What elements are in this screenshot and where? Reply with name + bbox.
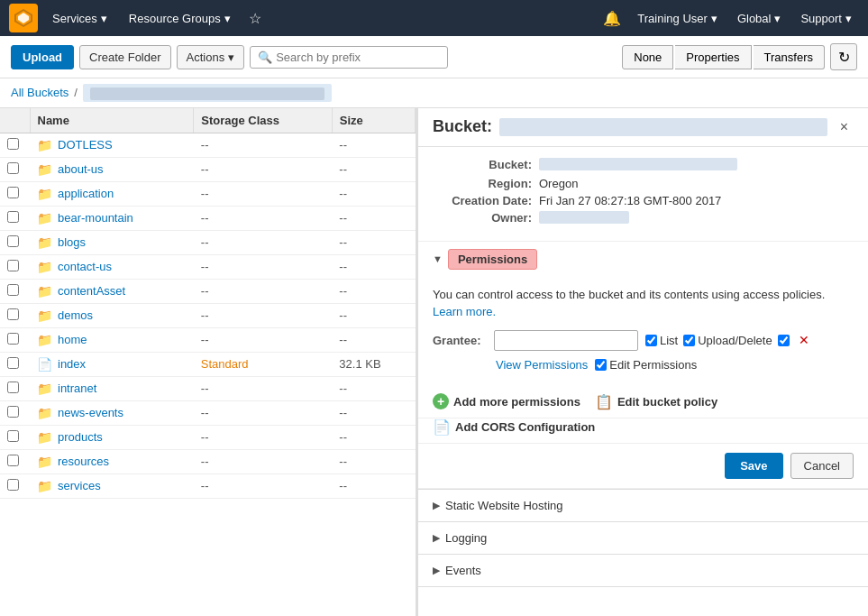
table-row[interactable]: 📁about-us---- bbox=[0, 157, 416, 181]
size-cell: -- bbox=[332, 327, 415, 352]
row-checkbox[interactable] bbox=[7, 284, 19, 296]
resource-groups-nav[interactable]: Resource Groups ▾ bbox=[122, 8, 238, 29]
row-checkbox[interactable] bbox=[7, 406, 19, 418]
creation-date-label: Creation Date: bbox=[433, 194, 532, 207]
global-nav[interactable]: Global ▾ bbox=[730, 8, 789, 29]
learn-more-link[interactable]: Learn more. bbox=[433, 305, 496, 318]
bucket-panel: Bucket: × Bucket: Region: Oregon Creatio… bbox=[416, 108, 868, 616]
events-section[interactable]: ▶ Events bbox=[418, 555, 868, 587]
transfers-view-button[interactable]: Transfers bbox=[754, 45, 825, 69]
list-checkbox[interactable] bbox=[645, 335, 657, 346]
table-row[interactable]: 📁resources---- bbox=[0, 449, 416, 473]
file-name-link[interactable]: resources bbox=[58, 455, 109, 468]
table-row[interactable]: 📁home---- bbox=[0, 327, 416, 352]
file-name-link[interactable]: products bbox=[58, 430, 103, 444]
grantee-label: Grantee: bbox=[433, 334, 487, 347]
name-column-header: Name bbox=[30, 108, 194, 133]
bookmark-icon[interactable]: ☆ bbox=[245, 6, 265, 31]
permissions-section-header[interactable]: ▼ Permissions bbox=[418, 242, 868, 277]
file-name-link[interactable]: DOTLESS bbox=[58, 138, 113, 152]
table-row[interactable]: 📁news-events---- bbox=[0, 400, 416, 425]
size-cell: -- bbox=[332, 230, 415, 254]
delete-permission-button[interactable]: ✕ bbox=[795, 333, 813, 347]
file-name-link[interactable]: blogs bbox=[58, 235, 86, 249]
table-row[interactable]: 📁demos---- bbox=[0, 303, 416, 327]
row-checkbox[interactable] bbox=[7, 479, 19, 491]
file-name-link[interactable]: services bbox=[58, 479, 101, 492]
list-checkbox-label[interactable]: List bbox=[645, 334, 678, 347]
refresh-button[interactable]: ↻ bbox=[830, 43, 857, 70]
cors-document-icon: 📄 bbox=[433, 418, 451, 436]
file-name-link[interactable]: home bbox=[58, 333, 87, 346]
file-name-link[interactable]: contentAsset bbox=[58, 284, 125, 298]
row-checkbox[interactable] bbox=[7, 162, 19, 174]
properties-view-button[interactable]: Properties bbox=[675, 45, 751, 69]
file-name-link[interactable]: index bbox=[58, 357, 86, 371]
upload-delete-checkbox-label[interactable]: Upload/Delete bbox=[683, 334, 772, 347]
size-cell: 32.1 KB bbox=[332, 352, 415, 376]
create-folder-button[interactable]: Create Folder bbox=[79, 45, 170, 69]
cancel-button[interactable]: Cancel bbox=[790, 453, 854, 479]
row-checkbox[interactable] bbox=[7, 357, 19, 369]
grantee-input[interactable] bbox=[494, 330, 638, 351]
row-checkbox[interactable] bbox=[7, 382, 19, 393]
file-name-link[interactable]: application bbox=[58, 187, 114, 200]
chevron-down-icon: ▾ bbox=[224, 12, 231, 25]
file-name-link[interactable]: intranet bbox=[58, 382, 96, 395]
search-input[interactable] bbox=[276, 51, 440, 64]
row-checkbox[interactable] bbox=[7, 138, 19, 150]
table-row[interactable]: 📁contact-us---- bbox=[0, 254, 416, 279]
extra-checkbox[interactable] bbox=[778, 335, 790, 346]
table-row[interactable]: 📁contentAsset---- bbox=[0, 279, 416, 303]
add-more-permissions-button[interactable]: + Add more permissions bbox=[433, 393, 580, 409]
file-name-link[interactable]: demos bbox=[58, 308, 93, 322]
file-name-link[interactable]: news-events bbox=[58, 406, 123, 419]
chevron-down-icon: ▾ bbox=[774, 12, 781, 25]
row-checkbox[interactable] bbox=[7, 455, 19, 466]
table-row[interactable]: 📄indexStandard32.1 KB bbox=[0, 352, 416, 376]
table-row[interactable]: 📁blogs---- bbox=[0, 230, 416, 254]
edit-permissions-checkbox[interactable] bbox=[595, 359, 607, 371]
save-cancel-row: Save Cancel bbox=[418, 444, 868, 489]
table-row[interactable]: 📁DOTLESS---- bbox=[0, 133, 416, 157]
table-row[interactable]: 📁application---- bbox=[0, 181, 416, 206]
file-name-link[interactable]: bear-mountain bbox=[58, 211, 133, 225]
file-name-link[interactable]: about-us bbox=[58, 162, 104, 176]
add-cors-button[interactable]: 📄 Add CORS Configuration bbox=[433, 418, 595, 436]
row-checkbox[interactable] bbox=[7, 308, 19, 320]
table-row[interactable]: 📁services---- bbox=[0, 473, 416, 498]
table-row[interactable]: 📁products---- bbox=[0, 425, 416, 449]
edit-bucket-policy-button[interactable]: 📋 Edit bucket policy bbox=[595, 393, 717, 410]
services-nav[interactable]: Services ▾ bbox=[45, 8, 114, 29]
row-checkbox[interactable] bbox=[7, 235, 19, 247]
training-user-nav[interactable]: Training User ▾ bbox=[630, 8, 725, 29]
storage-class-cell: -- bbox=[194, 181, 333, 206]
upload-button[interactable]: Upload bbox=[11, 45, 74, 69]
save-button[interactable]: Save bbox=[725, 453, 782, 479]
file-name-link[interactable]: contact-us bbox=[58, 260, 112, 273]
bell-icon[interactable]: 🔔 bbox=[599, 6, 625, 31]
row-checkbox[interactable] bbox=[7, 333, 19, 345]
row-checkbox[interactable] bbox=[7, 187, 19, 198]
edit-permissions-checkbox-label[interactable]: Edit Permissions bbox=[595, 358, 697, 372]
bucket-title-label: Bucket: bbox=[433, 117, 492, 136]
table-row[interactable]: 📁intranet---- bbox=[0, 376, 416, 400]
none-view-button[interactable]: None bbox=[622, 45, 673, 69]
row-checkbox[interactable] bbox=[7, 211, 19, 223]
view-buttons: None Properties Transfers bbox=[622, 45, 825, 69]
view-permissions-link[interactable]: View Permissions bbox=[496, 358, 588, 372]
upload-delete-checkbox[interactable] bbox=[683, 335, 695, 346]
static-hosting-section[interactable]: ▶ Static Website Hosting bbox=[418, 490, 868, 522]
all-buckets-link[interactable]: All Buckets bbox=[11, 86, 69, 99]
row-checkbox[interactable] bbox=[7, 430, 19, 442]
logging-section[interactable]: ▶ Logging bbox=[418, 522, 868, 555]
close-button[interactable]: × bbox=[835, 117, 854, 137]
permissions-actions-row: + Add more permissions 📋 Edit bucket pol… bbox=[418, 386, 868, 418]
actions-button[interactable]: Actions ▾ bbox=[177, 45, 245, 69]
table-row[interactable]: 📁bear-mountain---- bbox=[0, 206, 416, 230]
support-nav[interactable]: Support ▾ bbox=[793, 8, 859, 29]
size-cell: -- bbox=[332, 449, 415, 473]
bucket-header: Bucket: × bbox=[418, 108, 868, 147]
row-checkbox[interactable] bbox=[7, 260, 19, 271]
bucket-info: Bucket: Region: Oregon Creation Date: Fr… bbox=[418, 147, 868, 242]
